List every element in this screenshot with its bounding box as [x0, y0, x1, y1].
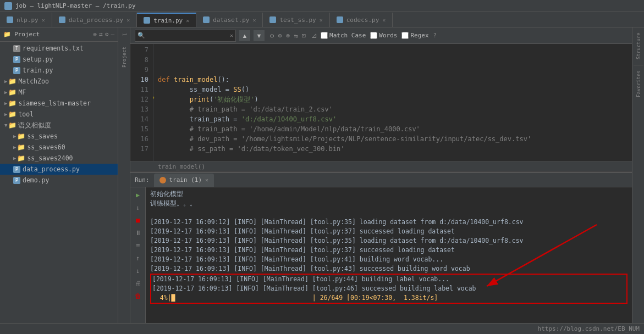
arrow-ss-saves60: ▶: [13, 144, 16, 150]
arrow-matchzoo: ▶: [4, 79, 7, 84]
folder-icon-ss-saves2400: 📁: [18, 155, 25, 162]
tree-item-data-process[interactable]: P data_process.py: [0, 164, 118, 175]
tree-item-yuyixiangsi[interactable]: ▼ 📁 语义相似度: [0, 120, 118, 131]
match-case-checkbox[interactable]: [321, 32, 328, 39]
hide-icon[interactable]: —: [111, 31, 114, 38]
code-line-13: # train_path = 'd:/data/train_2.csv': [158, 104, 628, 114]
arrow-yuyixiangsi: ▼: [4, 123, 7, 128]
tree-item-mf[interactable]: ▶ 📁 MF: [0, 87, 118, 98]
search-options: Match Case Words Regex ?: [321, 32, 437, 39]
up-btn[interactable]: ↑: [133, 253, 144, 264]
code-line-12: 💡 print('初始化模型'): [158, 94, 628, 104]
search-input-wrap[interactable]: 🔍 ✕: [135, 30, 236, 42]
tree-item-train[interactable]: P train.py: [0, 65, 118, 76]
tree-item-matchzoo[interactable]: ▶ 📁 MatchZoo: [0, 76, 118, 87]
project-tree: T requirements.txt P setup.py P train.py…: [0, 42, 118, 323]
tab-test-ss[interactable]: test_ss.py ✕: [263, 13, 329, 27]
close-tab-dataset[interactable]: ✕: [252, 17, 256, 23]
clear-search-icon[interactable]: ✕: [230, 32, 233, 38]
console-line-4: [2019-12-17 16:09:13] [INFO] [MainThread…: [150, 246, 628, 255]
search-icon: 🔍: [137, 32, 145, 39]
code-line-14: train_path = 'd:/data/10400_urf8.csv': [158, 114, 628, 124]
top-bar-title: job — lightNLP-master — /train.py: [15, 2, 136, 9]
tree-item-tool[interactable]: ▶ 📁 tool: [0, 109, 118, 120]
run-tab[interactable]: train (1) ✕: [154, 174, 214, 187]
regex-label[interactable]: Regex: [401, 32, 428, 39]
help-icon[interactable]: ?: [433, 32, 437, 39]
console-line-1: [2019-12-17 16:09:12] [INFO] [MainThread…: [150, 218, 628, 227]
filter-icon[interactable]: ⊿: [311, 31, 317, 40]
run-tab-close[interactable]: ✕: [205, 177, 208, 183]
folder-icon-mf: 📁: [9, 89, 16, 96]
close-tab-codecs[interactable]: ✕: [382, 17, 386, 23]
tree-item-requirements[interactable]: T requirements.txt: [0, 43, 118, 54]
tree-item-setup[interactable]: P setup.py: [0, 54, 118, 65]
tree-item-ss-saves[interactable]: ▶ 📁 ss_saves: [0, 131, 118, 142]
code-line-17: # ss_path = 'd:/data/token_vec_300.bin': [158, 144, 628, 154]
settings-icon[interactable]: ⚙: [105, 31, 109, 38]
tree-item-demo[interactable]: P demo.py: [0, 175, 118, 186]
strip-icon-1[interactable]: 1: [119, 30, 129, 40]
search-prev-btn[interactable]: ▲: [239, 30, 250, 41]
console-line-train: 训练模型。。。: [150, 199, 628, 208]
console-line-blank: [150, 208, 628, 218]
close-tab-nlp[interactable]: ✕: [42, 17, 45, 23]
top-bar-icon: [4, 2, 12, 10]
pause-btn[interactable]: ⏸: [133, 227, 144, 238]
strip-project-label[interactable]: Project: [119, 41, 129, 74]
console-wrapper: ▶ ↓ ■ ⏸ ≡ ↑ ↓ 🖨 🗑 初始化模型 训练模: [130, 187, 632, 323]
delete-btn[interactable]: 🗑: [133, 291, 144, 302]
right-strip: Structure Favorites: [632, 27, 644, 323]
match-case-label[interactable]: Match Case: [321, 32, 366, 39]
editor-run-area: 🔍 ✕ ▲ ▼ ⚙ ⊕ ⊗ ⇆ ⊡ ⊿ Match Case Words: [130, 27, 632, 323]
favorites-label[interactable]: Favorites: [634, 68, 643, 101]
close-tab-train[interactable]: ✕: [186, 18, 189, 24]
tab-codecs[interactable]: codecs.py ✕: [330, 13, 393, 27]
code-line-9: [158, 65, 628, 75]
code-editor: 7 8 9 10 11 12 13 14 15 16 17: [130, 44, 632, 161]
tab-dataset[interactable]: dataset.py ✕: [196, 13, 263, 27]
arrow-ss-saves: ▶: [13, 133, 16, 139]
code-line-11: ss_model = SS(): [158, 85, 628, 94]
arrow-mf: ▶: [4, 90, 7, 95]
words-label[interactable]: Words: [370, 32, 397, 39]
down-btn2[interactable]: ↓: [133, 265, 144, 276]
tree-item-ss-saves2400[interactable]: ▶ 📁 ss_saves2400: [0, 153, 118, 164]
regex-checkbox[interactable]: [401, 32, 409, 39]
console-line-8: [2019-12-17 16:09:13] [INFO] [MainThread…: [152, 284, 625, 293]
step-btn[interactable]: ≡: [133, 240, 144, 251]
arrow-ss-saves2400: ▶: [13, 155, 16, 161]
project-panel: 📁 Project ⊕ ⇄ ⚙ — T requirements.txt P s…: [0, 27, 118, 323]
tab-icon-data-process: [59, 16, 65, 23]
close-tab-data-process[interactable]: ✕: [126, 17, 130, 23]
project-icon: 📁: [3, 31, 11, 38]
folder-icon-yuyixiangsi: 📁: [9, 122, 16, 129]
tree-item-siamese[interactable]: ▶ 📁 siamese_lstm-master: [0, 98, 118, 109]
arrow-tool: ▶: [4, 112, 7, 117]
console-line-2: [2019-12-17 16:09:13] [INFO] [MainThread…: [150, 227, 628, 236]
console-line-progress: 4%|█ | 26/649 [00:19<07:30, 1.38it/s]: [152, 293, 625, 303]
console-line-3: [2019-12-17 16:09:13] [INFO] [MainThread…: [150, 236, 628, 246]
close-tab-test-ss[interactable]: ✕: [320, 17, 323, 23]
search-toolbar: 🔍 ✕ ▲ ▼ ⚙ ⊕ ⊗ ⇆ ⊡ ⊿ Match Case Words: [130, 27, 632, 44]
structure-label[interactable]: Structure: [634, 30, 643, 63]
folder-icon-ss-saves60: 📁: [18, 144, 25, 151]
restart-btn[interactable]: ▶: [133, 190, 144, 201]
add-icon[interactable]: ⊕: [93, 31, 97, 38]
tab-icon-nlp: [7, 16, 13, 23]
console-area-wrap: 初始化模型 训练模型。。。 [2019-12-17 16:09:12] [INF…: [146, 187, 632, 323]
words-checkbox[interactable]: [370, 32, 377, 39]
left-strip: 1 Project: [118, 27, 130, 323]
tab-nlp[interactable]: nlp.py ✕: [0, 13, 52, 27]
search-next-btn[interactable]: ▼: [254, 30, 265, 41]
sync-icon[interactable]: ⇄: [99, 31, 103, 38]
stop-btn[interactable]: ■: [133, 215, 144, 226]
tab-data-process[interactable]: data_process.py ✕: [52, 13, 137, 27]
scroll-down-btn[interactable]: ↓: [133, 202, 144, 213]
print-btn[interactable]: 🖨: [133, 278, 144, 289]
status-url: https://blog.csdn.net/EB_NUM: [538, 325, 640, 332]
tab-icon-dataset: [203, 16, 210, 23]
tree-item-ss-saves60[interactable]: ▶ 📁 ss_saves60: [0, 142, 118, 153]
search-input[interactable]: [147, 32, 230, 39]
tab-train[interactable]: train.py ✕: [137, 13, 196, 27]
